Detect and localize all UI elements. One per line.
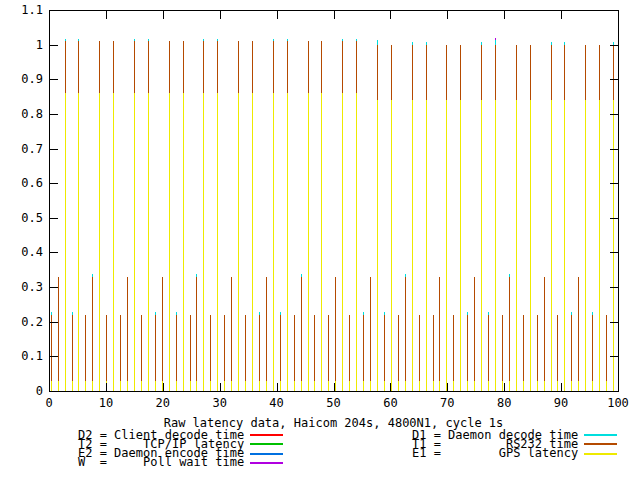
latency-chart: 00.10.20.30.40.50.60.70.80.911.101020304… xyxy=(0,0,640,480)
x-tick-label: 50 xyxy=(326,396,340,410)
gnuplot-window: 00.10.20.30.40.50.60.70.80.911.101020304… xyxy=(0,0,640,480)
x-tick-label: 100 xyxy=(607,396,629,410)
x-tick-label: 80 xyxy=(497,396,511,410)
legend-entry-poll-wait-time: W = Poll wait time xyxy=(78,458,283,468)
x-tick-label: 70 xyxy=(440,396,454,410)
y-tick-label: 0.5 xyxy=(21,211,43,225)
y-tick-label: 0.3 xyxy=(21,280,43,294)
x-tick-label: 0 xyxy=(45,396,52,410)
y-tick-label: 0.2 xyxy=(21,315,43,329)
legend-label: W = Poll wait time xyxy=(78,458,244,467)
x-tick-label: 30 xyxy=(212,396,226,410)
x-tick-label: 10 xyxy=(99,396,113,410)
y-tick-label: 0 xyxy=(36,384,43,398)
y-tick-label: 0.1 xyxy=(21,349,43,363)
y-tick-label: 0.8 xyxy=(21,107,43,121)
legend-entry-gps-latency: E1 = GPS latency xyxy=(412,449,617,459)
legend-line-swatch xyxy=(584,453,617,455)
legend-line-swatch xyxy=(584,434,617,436)
legend-label: E1 = GPS latency xyxy=(412,449,578,458)
y-tick-label: 0.4 xyxy=(21,245,43,259)
y-tick-label: 0.7 xyxy=(21,142,43,156)
y-tick-label: 1.1 xyxy=(21,3,43,17)
x-tick-label: 20 xyxy=(156,396,170,410)
y-tick-label: 1 xyxy=(36,38,43,52)
legend-line-swatch xyxy=(250,453,283,455)
legend-line-swatch xyxy=(250,462,283,464)
x-tick-label: 90 xyxy=(554,396,568,410)
legend-line-swatch xyxy=(250,443,283,445)
x-tick-label: 60 xyxy=(383,396,397,410)
legend-line-swatch xyxy=(584,443,617,445)
y-tick-label: 0.9 xyxy=(21,72,43,86)
x-tick-label: 40 xyxy=(269,396,283,410)
legend-line-swatch xyxy=(250,434,283,436)
y-tick-label: 0.6 xyxy=(21,176,43,190)
